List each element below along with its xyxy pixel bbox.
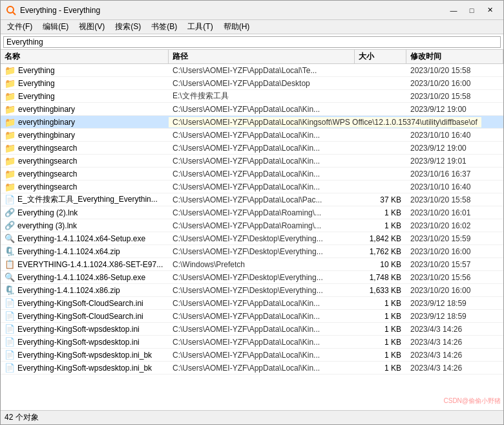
col-size[interactable]: 大小 — [355, 50, 406, 63]
menu-item-1[interactable]: 编辑(E) — [37, 20, 74, 34]
cell-size: 1 KB — [355, 221, 406, 231]
cell-size — [355, 186, 406, 188]
cell-date: 2023/10/10 16:40 — [406, 130, 503, 140]
search-input[interactable] — [3, 36, 501, 48]
file-table: 名称 路径 大小 修改时间 📁EverythingC:\Users\AOMEI-… — [1, 50, 503, 410]
cell-size: 37 KB — [355, 195, 406, 205]
cell-path: C:\Users\AOMEI-YZF\AppData\Local\Kin... — [169, 182, 355, 192]
cell-date: 2023/10/20 16:00 — [406, 285, 503, 296]
cell-date: 2023/10/20 15:58 — [406, 65, 503, 76]
table-row[interactable]: 📄Everything-KingSoft-CloudSearch.iniC:\U… — [1, 297, 503, 310]
cell-date: 2023/4/3 14:26 — [406, 324, 503, 334]
table-row[interactable]: 📁everythingbinaryC:\Users\AOMEI-YZF\AppD… — [1, 116, 503, 129]
svg-point-0 — [7, 6, 14, 13]
window-title: Everything - Everything — [20, 6, 445, 15]
table-row[interactable]: 🔗Everything (2).lnkC:\Users\AOMEI-YZF\Ap… — [1, 206, 503, 219]
table-row[interactable]: 📁everythingsearchC:\Users\AOMEI-YZF\AppD… — [1, 180, 503, 193]
cell-name: 📄Everything-KingSoft-wpsdesktop.ini_bk — [1, 349, 169, 360]
cell-size — [355, 96, 406, 97]
table-row[interactable]: 📁EverythingC:\Users\AOMEI-YZF\AppData\De… — [1, 77, 503, 90]
cell-name: 📁everythingbinary — [1, 104, 169, 115]
cell-name: 📋EVERYTHING-1.4.1.1024.X86-SET-E97... — [1, 259, 169, 270]
cell-date: 2023/10/20 15:58 — [406, 195, 503, 205]
col-date[interactable]: 修改时间 — [406, 50, 503, 63]
menu-item-4[interactable]: 书签(B) — [146, 20, 182, 34]
svg-line-1 — [13, 12, 16, 15]
table-row[interactable]: 📄Everything-KingSoft-wpsdesktop.ini_bkC:… — [1, 349, 503, 362]
cell-date: 2023/10/20 15:56 — [406, 272, 503, 283]
menu-item-3[interactable]: 搜索(S) — [110, 20, 146, 34]
table-row[interactable]: 🔗everything (3).lnkC:\Users\AOMEI-YZF\Ap… — [1, 219, 503, 232]
col-name[interactable]: 名称 — [1, 50, 169, 63]
maximize-button[interactable]: □ — [463, 4, 480, 17]
cell-name: 📄Everything-KingSoft-CloudSearch.ini — [1, 311, 169, 321]
table-row[interactable]: 📁everythingsearchC:\Users\AOMEI-YZF\AppD… — [1, 142, 503, 155]
cell-name: 📄Everything-KingSoft-wpsdesktop.ini_bk — [1, 362, 169, 373]
table-row[interactable]: 🔍Everything-1.4.1.1024.x86-Setup.exeC:\U… — [1, 271, 503, 284]
cell-date: 2023/10/20 15:57 — [406, 259, 503, 270]
cell-size: 1,762 KB — [355, 246, 406, 257]
table-row[interactable]: 📄Everything-KingSoft-wpsdesktop.ini_bkC:… — [1, 362, 503, 375]
cell-date: 2023/4/3 14:26 — [406, 337, 503, 347]
table-row[interactable]: 📋EVERYTHING-1.4.1.1024.X86-SET-E97...C:\… — [1, 258, 503, 271]
col-path[interactable]: 路径 — [169, 50, 355, 63]
table-body[interactable]: 📁EverythingC:\Users\AOMEI-YZF\AppData\Lo… — [1, 64, 503, 410]
cell-path: C:\Users\AOMEI-YZF\AppData\Local\Kin... — [169, 130, 355, 140]
table-row[interactable]: 🗜️Everything-1.4.1.1024.x64.zipC:\Users\… — [1, 245, 503, 258]
cell-path: C:\Windows\Prefetch — [169, 259, 355, 270]
cell-path: C:\Users\AOMEI-YZF\Desktop\Everything... — [169, 246, 355, 257]
cell-name: 📁Everything — [1, 65, 169, 76]
cell-path: C:\Users\AOMEI-YZF\AppData\Local\Kin... — [169, 104, 355, 114]
cell-size: 1,748 KB — [355, 272, 406, 283]
cell-path: C:\Users\AOMEI-YZF\AppData\Local\Kin... — [169, 337, 355, 347]
cell-date: 2023/10/20 15:58 — [406, 91, 503, 102]
cell-size: 1 KB — [355, 298, 406, 309]
cell-name: 📁everythingsearch — [1, 168, 169, 180]
cell-path: C:\Users\AOMEI-YZF\Desktop\Everything... — [169, 234, 355, 244]
table-row[interactable]: 📄Everything-KingSoft-CloudSearch.iniC:\U… — [1, 310, 503, 323]
table-row[interactable]: 📁EverythingE:\文件搜索工具2023/10/20 15:58 — [1, 90, 503, 103]
cell-name: 📁Everything — [1, 91, 169, 102]
table-row[interactable]: 📁everythingsearchC:\Users\AOMEI-YZF\AppD… — [1, 168, 503, 180]
cell-path: C:\Users\AOMEI-YZF\AppData\Local\Pac... — [169, 195, 355, 205]
minimize-button[interactable]: — — [445, 4, 462, 17]
table-row[interactable]: 📁EverythingC:\Users\AOMEI-YZF\AppData\Lo… — [1, 64, 503, 77]
cell-name: 📁everythingsearch — [1, 181, 169, 193]
close-button[interactable]: ✕ — [481, 4, 498, 17]
cell-size: 1 KB — [355, 208, 406, 218]
status-bar: 42 个对象 — [1, 410, 503, 424]
table-row[interactable]: 📁everythingbinaryC:\Users\AOMEI-YZF\AppD… — [1, 103, 503, 116]
cell-date: 2023/10/20 16:02 — [406, 221, 503, 231]
table-row[interactable]: 📄Everything-KingSoft-wpsdesktop.iniC:\Us… — [1, 323, 503, 336]
menu-item-6[interactable]: 帮助(H) — [218, 20, 255, 34]
cell-date: 2023/10/20 16:01 — [406, 208, 503, 218]
table-row[interactable]: 📁everythingbinaryC:\Users\AOMEI-YZF\AppD… — [1, 129, 503, 142]
status-count: 42 个对象 — [5, 412, 39, 423]
table-row[interactable]: 📄E_文件搜索工具_Everything_Everythin...C:\User… — [1, 193, 503, 206]
menu-item-2[interactable]: 视图(V) — [74, 20, 110, 34]
menu-item-0[interactable]: 文件(F) — [2, 20, 37, 34]
table-row[interactable]: 📁everythingsearchC:\Users\AOMEI-YZF\AppD… — [1, 155, 503, 168]
table-row[interactable]: 🔍Everything-1.4.1.1024.x64-Setup.exeC:\U… — [1, 232, 503, 245]
cell-name: 📄Everything-KingSoft-wpsdesktop.ini — [1, 323, 169, 334]
cell-size: 1,842 KB — [355, 234, 406, 244]
cell-path: C:\Users\AOMEI-YZF\AppData\Local\Kin... — [169, 298, 355, 309]
cell-name: 📄Everything-KingSoft-wpsdesktop.ini — [1, 336, 169, 347]
table-header: 名称 路径 大小 修改时间 — [1, 50, 503, 64]
cell-path: C:\Users\AOMEI-YZF\AppData\Local\Kin... — [169, 363, 355, 373]
cell-name: 📁everythingsearch — [1, 142, 169, 154]
menu-item-5[interactable]: 工具(T) — [182, 20, 218, 34]
cell-date: 2023/4/3 14:26 — [406, 363, 503, 373]
cell-date: 2023/4/3 14:26 — [406, 350, 503, 360]
cell-name: 🔍Everything-1.4.1.1024.x86-Setup.exe — [1, 272, 169, 283]
cell-date: 2023/10/16 16:37 — [406, 169, 503, 179]
table-row[interactable]: 🗜️Everything-1.4.1.1024.x86.zipC:\Users\… — [1, 284, 503, 297]
cell-size — [355, 135, 406, 136]
table-row[interactable]: 📄Everything-KingSoft-wpsdesktop.iniC:\Us… — [1, 336, 503, 349]
cell-size — [355, 83, 406, 84]
cell-path: C:\Users\AOMEI-YZF\AppData\Local\Kingsof… — [169, 117, 481, 127]
menu-bar: 文件(F)编辑(E)视图(V)搜索(S)书签(B)工具(T)帮助(H) — [1, 20, 503, 34]
cell-size — [355, 147, 406, 149]
cell-path: C:\Users\AOMEI-YZF\AppData\Desktop — [169, 78, 355, 89]
cell-date: 2023/9/12 18:59 — [406, 311, 503, 321]
